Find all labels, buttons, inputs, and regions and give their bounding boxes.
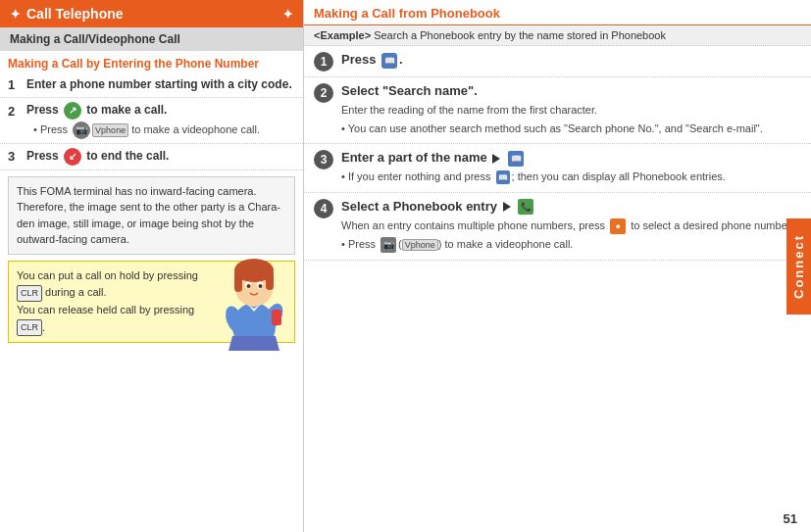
side-tab-text: Connect bbox=[791, 234, 806, 299]
end-button-icon: ↙ bbox=[64, 148, 81, 166]
right-step-4-main: Select a Phonebook entry 📞 bbox=[341, 198, 801, 216]
svg-marker-15 bbox=[228, 336, 279, 351]
right-title-text: Making a Call from Phonebook bbox=[314, 6, 500, 21]
right-step-4-sub: When an entry contains multiple phone nu… bbox=[341, 218, 801, 234]
page-number: 51 bbox=[784, 511, 797, 526]
right-step-2-sub: Enter the reading of the name from the f… bbox=[341, 102, 801, 119]
right-step-2-num: 2 bbox=[314, 83, 333, 103]
left-panel: ✦ Call Telephone ✦ Making a Call/Videoph… bbox=[0, 0, 304, 532]
right-step-2: 2 Select "Search name". Enter the readin… bbox=[304, 77, 811, 144]
right-step-4-body: Select a Phonebook entry 📞 When an entry… bbox=[341, 198, 801, 255]
call-button-icon: ↗ bbox=[64, 102, 81, 120]
arrow-icon-s3 bbox=[492, 154, 500, 164]
left-step-3-text: Press ↙ to end the call. bbox=[26, 148, 169, 166]
svg-rect-12 bbox=[272, 310, 281, 325]
right-step-2-body: Select "Search name". Enter the reading … bbox=[341, 82, 801, 138]
phonebook-icon-s3b: 📖 bbox=[496, 170, 510, 184]
arrow-icon-s4 bbox=[503, 202, 511, 212]
right-step-3-num: 3 bbox=[314, 150, 333, 169]
left-step-1-num: 1 bbox=[8, 77, 22, 92]
phonebook-icon-s1: 📖 bbox=[381, 53, 397, 69]
star-icon-left: ✦ bbox=[10, 7, 21, 22]
right-steps: 1 Press 📖. 2 Select "Search name". Enter… bbox=[304, 46, 811, 532]
example-text: Search a Phonebook entry by the name sto… bbox=[374, 29, 666, 41]
left-step-2-bullet: Press 📷Vphone to make a videophone call. bbox=[8, 120, 268, 143]
left-step-3-num: 3 bbox=[8, 149, 22, 164]
select-icon-s4: ● bbox=[610, 218, 626, 234]
svg-point-8 bbox=[259, 284, 263, 288]
right-step-1-body: Press 📖. bbox=[341, 51, 801, 69]
page-number-text: 51 bbox=[784, 511, 797, 526]
clr-badge-2: CLR bbox=[17, 319, 42, 335]
right-step-1-main: Press 📖. bbox=[341, 51, 801, 69]
svg-rect-4 bbox=[266, 270, 274, 290]
right-panel: Making a Call from Phonebook <Example> S… bbox=[304, 0, 811, 532]
video-icon-step2: 📷 bbox=[73, 121, 90, 139]
left-step-1: 1 Enter a phone number starting with a c… bbox=[0, 73, 303, 98]
title-bar: ✦ Call Telephone ✦ bbox=[0, 0, 303, 27]
left-step-2: 2 Press ↗ to make a call. Press 📷Vphone … bbox=[0, 98, 303, 144]
subtitle-text: Making a Call/Videophone Call bbox=[10, 32, 180, 46]
hold-line1: You can put a call on hold by pressing C… bbox=[17, 269, 198, 299]
side-tab: Connect bbox=[786, 218, 811, 314]
right-step-1-num: 1 bbox=[314, 52, 333, 72]
phonebook-icon-s3: 📖 bbox=[508, 151, 524, 167]
left-title: Call Telephone bbox=[26, 6, 124, 22]
right-step-3: 3 Enter a part of the name 📖 If you ente… bbox=[304, 144, 811, 193]
left-step-2-num: 2 bbox=[8, 104, 22, 119]
right-step-4-num: 4 bbox=[314, 199, 333, 218]
section-heading: Making a Call by Entering the Phone Numb… bbox=[0, 51, 303, 73]
hold-line2: You can release held call by pressing CL… bbox=[17, 304, 194, 333]
example-bar: <Example> Search a Phonebook entry by th… bbox=[304, 25, 811, 46]
right-step-4: 4 Select a Phonebook entry 📞 When an ent… bbox=[304, 193, 811, 261]
right-step-3-main: Enter a part of the name 📖 bbox=[341, 149, 801, 167]
left-step-1-text: Enter a phone number starting with a cit… bbox=[26, 76, 292, 93]
video-icon-s4: 📷 bbox=[380, 237, 396, 253]
right-step-1: 1 Press 📖. bbox=[304, 46, 811, 77]
svg-rect-3 bbox=[234, 270, 242, 292]
section-heading-text: Making a Call by Entering the Phone Numb… bbox=[8, 57, 259, 71]
character-illustration bbox=[211, 238, 297, 351]
right-step-3-bullet: If you enter nothing and press 📖; then y… bbox=[341, 167, 801, 187]
left-step-2-text: Press ↗ to make a call. bbox=[26, 102, 167, 120]
star-icon-right: ✦ bbox=[282, 7, 293, 22]
call-icon-s4: 📞 bbox=[518, 199, 533, 215]
left-step-3: 3 Press ↙ to end the call. bbox=[0, 144, 303, 170]
subtitle-bar: Making a Call/Videophone Call bbox=[0, 27, 303, 51]
right-step-2-main: Select "Search name". bbox=[341, 82, 801, 100]
note-text: This FOMA terminal has no inward-facing … bbox=[17, 185, 280, 246]
svg-point-7 bbox=[247, 284, 251, 288]
right-step-3-body: Enter a part of the name 📖 If you enter … bbox=[341, 149, 801, 187]
clr-badge-1: CLR bbox=[17, 285, 42, 301]
right-step-2-bullet: You can use another search method such a… bbox=[341, 119, 801, 139]
right-step-4-bullet: Press 📷(Vphone) to make a videophone cal… bbox=[341, 234, 801, 255]
left-content: 1 Enter a phone number starting with a c… bbox=[0, 73, 303, 532]
right-title: Making a Call from Phonebook bbox=[304, 0, 811, 25]
